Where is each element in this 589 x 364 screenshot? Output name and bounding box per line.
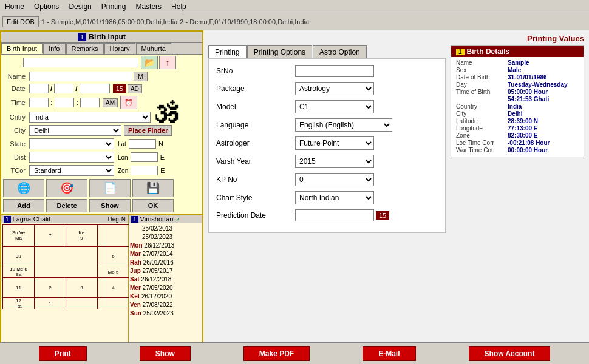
birth-city-row: City Delhi	[456, 110, 579, 117]
birth-lat-key: Latitude	[456, 118, 508, 124]
menu-printing[interactable]: Printing	[97, 1, 131, 12]
vimsh-entry-8: Ven 27/08/2022	[130, 301, 201, 309]
tcor-select[interactable]: Standard	[29, 165, 114, 176]
show-button[interactable]: Show	[89, 199, 131, 212]
lagna-header: 1 Lagna-Chalit Deg N	[1, 215, 128, 223]
target-button[interactable]: 🎯	[46, 179, 87, 197]
zon-input[interactable]: 82:30	[131, 166, 158, 175]
model-select[interactable]: C1	[295, 100, 374, 113]
prediction-date-input[interactable]: 31/03/2015	[295, 209, 374, 221]
astrologer-select[interactable]: Future Point	[295, 136, 374, 150]
birth-details-header: 1 Birth Details	[451, 46, 584, 57]
birth-loctimecorr-row: Loc Time Corr -00:21:08 Hour	[456, 140, 579, 146]
tab-info[interactable]: Info	[43, 43, 65, 54]
country-select[interactable]: India	[29, 112, 151, 123]
chart-style-select[interactable]: North Indian	[295, 191, 374, 204]
add-button[interactable]: Add	[3, 199, 44, 212]
show-account-button[interactable]: Show Account	[469, 346, 551, 361]
birth-loctimecorr-key: Loc Time Corr	[456, 140, 508, 146]
menu-options[interactable]: Options	[29, 1, 64, 12]
menu-help[interactable]: Help	[166, 1, 191, 12]
edit-dob-button[interactable]: Edit DOB	[2, 16, 39, 27]
time-hour-input[interactable]: 05	[29, 98, 49, 107]
date-month-input[interactable]: 01	[54, 84, 73, 93]
lat-input[interactable]: 28:39	[129, 139, 156, 149]
lagna-chart: Su VeMa 7 Ke9 Ju 6 10 Me 8Sa Mo 5	[2, 224, 129, 309]
make-pdf-button[interactable]: Make PDF	[243, 346, 310, 361]
language-select-wrapper: English (English)	[295, 118, 392, 132]
time-alarm-button[interactable]: ⏰	[120, 96, 137, 109]
nav-back-button[interactable]: ↑	[159, 56, 176, 69]
vimsh-entry-7: Ket 26/12/2020	[130, 292, 201, 301]
package-select[interactable]: Astrology	[295, 82, 374, 95]
lon-label: Lon	[118, 154, 128, 161]
state-select[interactable]	[29, 138, 114, 149]
menu-home[interactable]: Home	[0, 1, 29, 12]
ampm-button[interactable]: AM	[103, 98, 118, 107]
birth-zone-row: Zone 82:30:00 E	[456, 132, 579, 139]
dist-label: Dist	[4, 153, 28, 161]
tab-astro-option[interactable]: Astro Option	[313, 46, 367, 58]
name-input[interactable]: Sample	[29, 72, 132, 81]
model-select-wrapper: C1	[295, 100, 374, 113]
tab-printing[interactable]: Printing	[208, 46, 247, 58]
birth-name-row: Name Sample	[456, 59, 579, 66]
date-day-input[interactable]: 01	[29, 84, 49, 93]
tab-birth-input[interactable]: Birth Input	[1, 43, 43, 54]
birth-wartimecorr-key: War Time Corr	[456, 147, 508, 153]
time-min-input[interactable]: 00	[55, 98, 74, 107]
show-bottom-button[interactable]: Show	[140, 346, 191, 361]
menu-masters[interactable]: Masters	[131, 1, 166, 12]
tcor-row: TCor Standard Zon 82:30 E	[1, 164, 202, 177]
birth-lat-row: Latitude 28:39:00 N	[456, 118, 579, 124]
birth-sex-row: Sex Male	[456, 67, 579, 73]
kp-no-select[interactable]: 0	[295, 173, 374, 186]
dist-select[interactable]	[29, 152, 114, 163]
birth-name-key: Name	[456, 59, 508, 66]
tab-printing-options[interactable]: Printing Options	[247, 46, 312, 58]
birth-details-section: 1 Birth Details Name Sample Sex Male	[451, 46, 584, 359]
date-number-badge[interactable]: 15	[113, 84, 126, 93]
delete-button[interactable]: Delete	[46, 199, 87, 212]
srno-input[interactable]: 1	[295, 65, 374, 77]
birth-details-panel: 1 Birth Details Name Sample Sex Male	[451, 46, 584, 157]
record2-label: 2 - Demo,F,01/10/1990,18:00:00,Delhi,Ind…	[180, 18, 309, 25]
tcor-label: TCor	[4, 167, 28, 174]
package-label: Package	[216, 84, 295, 93]
tab-horary[interactable]: Horary	[104, 43, 135, 54]
birth-lon-key: Longitude	[456, 125, 508, 132]
city-select[interactable]: Delhi	[29, 125, 121, 136]
menu-design[interactable]: Design	[64, 1, 96, 12]
zon-dir: E	[160, 167, 165, 174]
folder-path-input[interactable]: \\Customers	[23, 58, 138, 67]
varsh-year-select[interactable]: 2015	[295, 155, 374, 168]
vimsh-title: Vimshottari	[140, 215, 174, 223]
save-button[interactable]: 💾	[132, 179, 174, 197]
tab-muhurta[interactable]: Muhurta	[136, 43, 171, 54]
lagna-panel: 1 Lagna-Chalit Deg N Su VeMa 7 Ke9 Ju	[1, 215, 129, 362]
language-label: Language	[216, 121, 295, 129]
date-year-input[interactable]: 1986	[80, 84, 110, 93]
ok-button[interactable]: OK	[132, 199, 174, 212]
globe-button[interactable]: 🌐	[3, 179, 44, 197]
document-button[interactable]: 📄	[89, 179, 131, 197]
language-select[interactable]: English (English)	[295, 118, 392, 132]
folder-browse-button[interactable]: 📂	[141, 56, 158, 69]
lat-label: Lat	[118, 141, 126, 147]
time-sep2: :	[75, 98, 79, 107]
lon-input[interactable]: 77:13	[131, 152, 158, 162]
date-era-button[interactable]: AD	[128, 84, 142, 93]
birth-lon-val: 77:13:00 E	[508, 125, 537, 132]
time-sec-input[interactable]: 00	[80, 98, 100, 107]
male-button[interactable]: M	[134, 72, 148, 81]
birth-day-row: Day Tuesday-Wednesday	[456, 81, 579, 88]
print-button[interactable]: Print	[39, 346, 87, 361]
astrologer-row: Astrologer Future Point	[216, 136, 438, 150]
prediction-date-badge[interactable]: 15	[376, 211, 389, 220]
tab-remarks[interactable]: Remarks	[66, 43, 104, 54]
dist-row: Dist Lon 77:13 E	[1, 150, 202, 164]
record1-label: 1 - Sample,M,01/01/1986,05:00:00,Delhi,I…	[41, 18, 177, 25]
birth-lon-row: Longitude 77:13:00 E	[456, 125, 579, 132]
email-button[interactable]: E-Mail	[363, 346, 415, 361]
n-label: N	[121, 216, 126, 223]
